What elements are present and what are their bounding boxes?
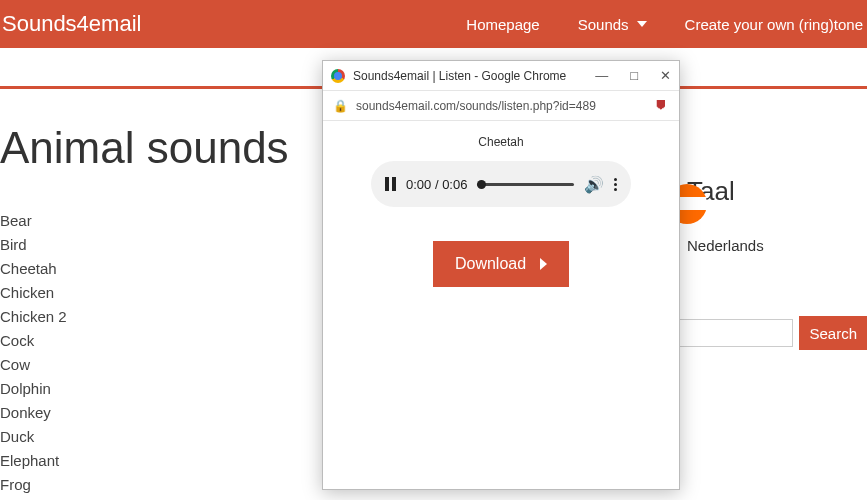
close-icon[interactable]: ✕ bbox=[660, 68, 671, 83]
language-value[interactable]: Nederlands bbox=[687, 237, 867, 254]
volume-icon[interactable]: 🔊 bbox=[584, 175, 604, 194]
chrome-icon bbox=[331, 69, 345, 83]
caret-down-icon bbox=[637, 21, 647, 27]
shield-icon[interactable]: ⛊ bbox=[655, 99, 669, 113]
popup-window-title: Sounds4email | Listen - Google Chrome bbox=[353, 69, 566, 83]
search-row: Search bbox=[663, 316, 867, 350]
top-navbar: Sounds4email Homepage Sounds Create your… bbox=[0, 0, 867, 48]
more-icon[interactable] bbox=[614, 178, 617, 191]
popup-titlebar[interactable]: Sounds4email | Listen - Google Chrome — … bbox=[323, 61, 679, 91]
nav-sounds[interactable]: Sounds bbox=[578, 16, 647, 33]
nav-create[interactable]: Create your own (ring)tone bbox=[685, 16, 863, 33]
audio-time: 0:00 / 0:06 bbox=[406, 177, 467, 192]
minimize-icon[interactable]: — bbox=[595, 68, 608, 83]
window-controls: — □ ✕ bbox=[595, 68, 671, 83]
sound-name: Cheetah bbox=[478, 135, 523, 149]
download-button[interactable]: Download bbox=[433, 241, 569, 287]
maximize-icon[interactable]: □ bbox=[630, 68, 638, 83]
nav-homepage[interactable]: Homepage bbox=[466, 16, 539, 33]
audio-progress[interactable] bbox=[477, 183, 574, 186]
lock-icon: 🔒 bbox=[333, 99, 348, 113]
search-button[interactable]: Search bbox=[799, 316, 867, 350]
audio-player: 0:00 / 0:06 🔊 bbox=[371, 161, 631, 207]
popup-url: sounds4email.com/sounds/listen.php?id=48… bbox=[356, 99, 596, 113]
pause-icon[interactable] bbox=[385, 177, 396, 191]
popup-addressbar[interactable]: 🔒 sounds4email.com/sounds/listen.php?id=… bbox=[323, 91, 679, 121]
listen-popup-window: Sounds4email | Listen - Google Chrome — … bbox=[322, 60, 680, 490]
play-caret-icon bbox=[540, 258, 547, 270]
search-input[interactable] bbox=[663, 319, 793, 347]
nav-links: Homepage Sounds Create your own (ring)to… bbox=[466, 16, 867, 33]
language-heading: Taal bbox=[687, 176, 867, 207]
brand-title[interactable]: Sounds4email bbox=[0, 11, 141, 37]
sidebar: Taal Nederlands bbox=[687, 140, 867, 254]
popup-body: Cheetah 0:00 / 0:06 🔊 Download bbox=[323, 121, 679, 489]
